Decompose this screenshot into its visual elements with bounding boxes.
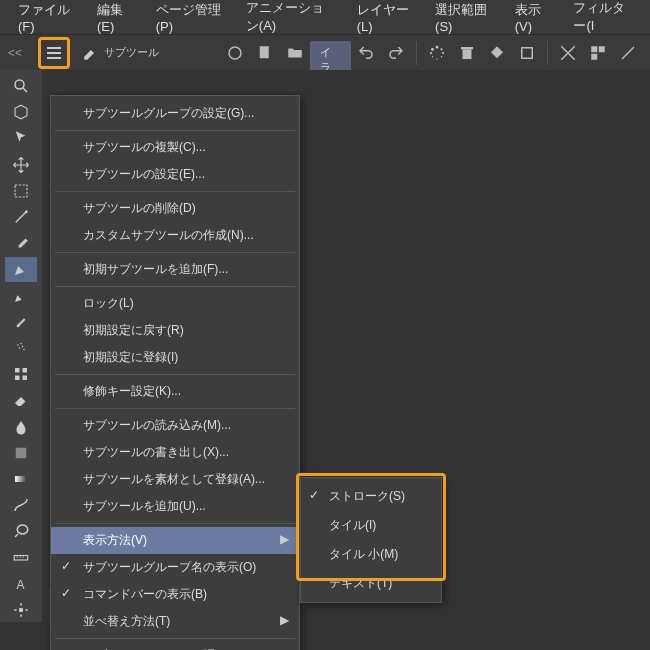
menu-v[interactable]: 表示(V): [505, 0, 560, 40]
submenu-タイルI[interactable]: タイル(I): [301, 511, 441, 540]
svg-rect-1: [260, 46, 269, 58]
svg-point-5: [441, 56, 443, 58]
menu-i[interactable]: フィルター(I: [563, 0, 642, 41]
menu-l[interactable]: レイヤー(L): [347, 0, 421, 40]
tool-effect[interactable]: [5, 598, 37, 622]
tool-text[interactable]: A: [5, 572, 37, 596]
vector-icon: [12, 496, 30, 514]
tool-vector[interactable]: [5, 493, 37, 517]
tool-sidebar: A: [0, 70, 42, 622]
tool-move[interactable]: [5, 153, 37, 177]
tool-balloon[interactable]: [5, 519, 37, 543]
ctx-修飾キ設定K[interactable]: 修飾キー設定(K)...: [51, 378, 299, 405]
svg-text:A: A: [17, 577, 25, 591]
subtool-tab[interactable]: サブツール: [76, 42, 165, 64]
open-icon[interactable]: [281, 39, 309, 67]
wand-icon: [12, 208, 30, 226]
svg-rect-27: [23, 376, 28, 381]
submenu-タイル小M[interactable]: タイル 小(M): [301, 540, 441, 569]
tool-brush[interactable]: [5, 310, 37, 334]
palette-menu-button[interactable]: [38, 37, 70, 69]
ctx-サブツルを素材として登録[interactable]: サブツールを素材として登録(A)...: [51, 466, 299, 493]
crop-icon[interactable]: [554, 39, 582, 67]
chevron-right-icon: ▶: [280, 532, 289, 546]
eyedropper-icon: [12, 234, 30, 252]
tool-wand[interactable]: [5, 205, 37, 229]
ctx-初期サブツルを追加F[interactable]: 初期サブツールを追加(F)...: [51, 256, 299, 283]
ctx-サブツルの複製C[interactable]: サブツールの複製(C)...: [51, 134, 299, 161]
top-toolbar: << サブツール イラスト*: [0, 34, 650, 70]
delete-icon[interactable]: [453, 39, 481, 67]
ctx-サブツルグルプの設定G[interactable]: サブツールグループの設定(G)...: [51, 100, 299, 127]
tool-pen[interactable]: [5, 257, 37, 281]
ctx-初期設定に戻すR[interactable]: 初期設定に戻す(R): [51, 317, 299, 344]
tool-pencil[interactable]: [5, 284, 37, 308]
marquee-icon: [12, 182, 30, 200]
tool-gradient[interactable]: [5, 467, 37, 491]
tool-airbrush[interactable]: [5, 336, 37, 360]
ctx-サブツルパレットを隠すS[interactable]: サブツールパレットを隠す(S): [51, 642, 299, 650]
redo-icon[interactable]: [382, 39, 410, 67]
snap-icon[interactable]: [614, 39, 642, 67]
clipstudio-icon[interactable]: [221, 39, 249, 67]
svg-point-16: [15, 80, 24, 89]
cube-icon: [12, 103, 30, 121]
ctx-並べ替え方法T[interactable]: 並べ替え方法(T)▶: [51, 608, 299, 635]
svg-point-33: [19, 608, 24, 613]
tool-cube[interactable]: [5, 100, 37, 124]
ctx-表示方法V[interactable]: 表示方法(V)▶: [51, 527, 299, 554]
transform-icon[interactable]: [513, 39, 541, 67]
tool-marquee[interactable]: [5, 179, 37, 203]
tool-fill[interactable]: [5, 441, 37, 465]
menu-a[interactable]: アニメーション(A): [236, 0, 343, 41]
tool-eraser[interactable]: [5, 388, 37, 412]
svg-rect-14: [599, 46, 605, 52]
collapse-icon[interactable]: <<: [8, 46, 22, 60]
ruler-icon: [12, 548, 30, 566]
svg-rect-12: [522, 47, 533, 58]
eraser-icon: [12, 391, 30, 409]
svg-rect-15: [591, 53, 597, 59]
undo-icon[interactable]: [352, 39, 380, 67]
ctx-サブツルの削除D[interactable]: サブツールの削除(D): [51, 195, 299, 222]
svg-rect-17: [15, 185, 27, 197]
svg-point-9: [431, 47, 434, 50]
ctx-サブツルを追加U[interactable]: サブツールを追加(U)...: [51, 493, 299, 520]
ctx-サブツルの読み込みM[interactable]: サブツールの読み込み(M)...: [51, 412, 299, 439]
new-icon[interactable]: [251, 39, 279, 67]
airbrush-icon: [12, 339, 30, 357]
svg-point-30: [17, 525, 28, 534]
submenu-ストロクS[interactable]: ストローク(S)✓: [301, 482, 441, 511]
cursor-icon: [12, 129, 30, 147]
tool-cursor[interactable]: [5, 126, 37, 150]
svg-point-21: [22, 346, 24, 348]
tool-pattern[interactable]: [5, 362, 37, 386]
svg-point-6: [436, 58, 438, 60]
menu-e[interactable]: 編集(E): [87, 0, 142, 40]
ctx-サブツルグルプ名の表示O[interactable]: サブツールグループ名の表示(O)✓: [51, 554, 299, 581]
tool-eyedropper[interactable]: [5, 231, 37, 255]
tool-magnifier[interactable]: [5, 74, 37, 98]
ctx-ロックL[interactable]: ロック(L): [51, 290, 299, 317]
move-icon: [12, 156, 30, 174]
ctx-サブツルの書き出しX[interactable]: サブツールの書き出し(X)...: [51, 439, 299, 466]
ctx-初期設定に登録I[interactable]: 初期設定に登録(I): [51, 344, 299, 371]
menu-p[interactable]: ページ管理(P): [146, 0, 232, 40]
menu-s[interactable]: 選択範囲(S): [425, 0, 501, 40]
ctx-コマンドバの表示B[interactable]: コマンドバーの表示(B)✓: [51, 581, 299, 608]
tool-ruler[interactable]: [5, 545, 37, 569]
svg-point-3: [440, 48, 442, 50]
ctx-サブツルの設定E[interactable]: サブツールの設定(E)...: [51, 161, 299, 188]
fill-icon[interactable]: [483, 39, 511, 67]
blend-icon: [12, 418, 30, 436]
context-menu: サブツールグループの設定(G)...サブツールの複製(C)...サブツールの設定…: [50, 95, 300, 650]
grid-icon[interactable]: [584, 39, 612, 67]
svg-point-2: [436, 45, 439, 48]
svg-point-22: [19, 347, 21, 349]
ctx-カスタムサブツルの作成N[interactable]: カスタムサブツールの作成(N)...: [51, 222, 299, 249]
submenu-テキストT[interactable]: テキスト(T): [301, 569, 441, 598]
tool-blend[interactable]: [5, 414, 37, 438]
loading-icon[interactable]: [423, 39, 451, 67]
menu-f[interactable]: ファイル(F): [8, 0, 83, 40]
svg-point-7: [432, 56, 434, 58]
